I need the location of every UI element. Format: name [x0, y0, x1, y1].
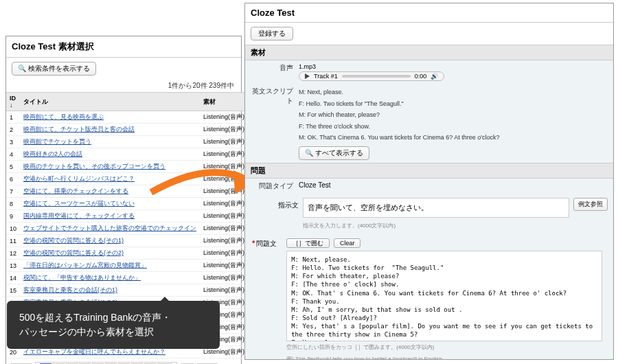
cell-mat: Listening(音声)	[200, 210, 248, 223]
body-note1: 空所にしたい箇所をカッコ［］で囲みます。(4000文字以内)	[286, 341, 602, 353]
material-link[interactable]: 映画館でチケットを買う	[23, 138, 91, 145]
material-link[interactable]: ウェブサイトでチケット購入した旅客の空港でのチェックイン	[23, 225, 196, 231]
clear-button[interactable]: Clear	[334, 238, 361, 248]
body-textarea[interactable]: M: Next, please. F: Hello. Two tickets f…	[286, 251, 602, 341]
volume-icon[interactable]: 🔊	[431, 73, 438, 80]
cell-id: 8	[6, 198, 20, 210]
script-line: M: Next, please.	[299, 87, 608, 98]
material-link[interactable]: 映画好きの2人の会話	[23, 150, 82, 157]
qtype-value: Cloze Test	[299, 181, 608, 191]
qtype-label: 問題タイプ	[251, 181, 299, 191]
material-link[interactable]: 税関にて、「申告する物はありませんか」	[23, 274, 141, 281]
material-link[interactable]: 空港にて、搭乗のチェックインをする	[23, 187, 128, 194]
audio-time: 0:00	[415, 73, 427, 80]
script-field: 英文スクリプト M: Next, please.F: Hello. Two ti…	[245, 84, 613, 163]
audio-progress[interactable]	[342, 75, 411, 78]
cell-title: 空港の税関での質問に答える(その1)	[20, 235, 200, 247]
material-link[interactable]: 「滞在日的はバッキンガム宮殿の見物鑑賞」	[23, 262, 147, 269]
cell-title: 「滞在日的はバッキンガム宮殿の見物鑑賞」	[20, 260, 200, 272]
cell-mat: Listening(音声)	[200, 111, 248, 124]
cell-id: 5	[6, 161, 20, 173]
section-material: 素材	[245, 45, 613, 60]
col-material[interactable]: 素材	[200, 93, 248, 111]
cell-mat: Listening(音声)	[200, 223, 248, 235]
cell-title: 映画館にて、見る映画を選ぶ	[20, 111, 200, 124]
cell-mat: Listening(音声)	[200, 272, 248, 284]
cell-id: 12	[6, 247, 20, 260]
script-line: M: OK. That's Cinema 6. You want tickets…	[299, 132, 608, 144]
body-field: *問題文 ［］で囲む Clear M: Next, please. F: Hel…	[245, 232, 613, 360]
script-label: 英文スクリプト	[251, 87, 299, 106]
cell-mat: Listening(音声)	[200, 185, 248, 198]
audio-track: Track #1	[314, 73, 338, 80]
panel-title: Cloze Test	[245, 3, 613, 23]
cell-id: 14	[6, 272, 20, 284]
search-btn-label: 検索条件を表示する	[28, 65, 90, 72]
cloze-edit-panel: Cloze Test 登録する 素材 音声 1.mp3 Track #1 0:0…	[244, 3, 614, 360]
register-button[interactable]: 登録する	[251, 27, 293, 41]
callout-line1: 500を超えるTraining Bankの音声・	[19, 310, 207, 325]
show-search-conditions-button[interactable]: 🔍 検索条件を表示する	[12, 62, 96, 76]
material-link[interactable]: 映画館にて、見る映画を選ぶ	[23, 113, 104, 120]
cell-id: 1	[6, 111, 20, 124]
cell-title: 映画館でチケットを買う	[20, 136, 200, 148]
cell-mat: Listening(音声)	[200, 173, 248, 185]
cell-id: 2	[6, 124, 20, 136]
cell-mat: Listening(音声)	[200, 161, 248, 173]
cell-id: 11	[6, 235, 20, 247]
material-link[interactable]: 客室乗務員と乗客との会話(その1)	[23, 286, 117, 293]
cell-title: 客室乗務員と乗客との会話(その1)	[20, 284, 200, 297]
audio-filename: 1.mp3	[299, 63, 608, 70]
script-line: F: Hello. Two tickets for "The Seagull."	[299, 98, 608, 110]
material-link[interactable]: 映画のチケットを買い、その後ポップコーンを買う	[23, 163, 165, 170]
cell-id: 4	[6, 148, 20, 161]
cell-title: 空港から町へ行くリムジンバスはどこ？	[20, 173, 200, 185]
callout-bubble: 500を超えるTraining Bankの音声・ パッセージの中から素材を選択	[7, 301, 220, 349]
material-link[interactable]: イエローキャブを金曜日に呼んでもらえませんか？	[23, 348, 165, 355]
result-count: 1件から20件 239件中	[6, 80, 241, 92]
cell-id: 7	[6, 185, 20, 198]
cell-title: ウェブサイトでチケット購入した旅客の空港でのチェックイン	[20, 223, 200, 235]
cell-mat: Listening(音声)	[200, 124, 248, 136]
instruction-field: 指示文 音声を聞いて、空所を埋めなさい。 例文参照	[245, 194, 613, 222]
script-line: F: The three o'clock show.	[299, 121, 608, 133]
instruction-input[interactable]: 音声を聞いて、空所を埋めなさい。	[303, 198, 569, 218]
section-question: 問題	[245, 163, 613, 179]
cell-title: 映画館にて、チケット販売員と客の会話	[20, 124, 200, 136]
col-id[interactable]: ID ↓	[6, 93, 20, 111]
bracket-button[interactable]: ［］で囲む	[286, 238, 330, 248]
cell-title: 空港にて、搭乗のチェックインをする	[20, 185, 200, 198]
cell-id: 9	[6, 210, 20, 223]
material-link[interactable]: 国内線専用空港にて、チェックインする	[23, 212, 135, 219]
panel-title: Cloze Test 素材選択	[6, 36, 241, 58]
material-link[interactable]: 映画館にて、チケット販売員と客の会話	[23, 126, 135, 133]
show-all-button[interactable]: 🔍 すべて表示する	[299, 146, 369, 160]
cell-mat: Listening(音声)	[200, 136, 248, 148]
col-title[interactable]: タイトル	[20, 93, 200, 111]
audio-label: 音声	[251, 63, 299, 81]
material-link[interactable]: 空港から町へ行くリムジンバスはどこ？	[23, 175, 135, 182]
material-link[interactable]: 空港の税関での質問に答える(その1)	[23, 237, 124, 244]
cell-mat: Listening(音声)	[200, 198, 248, 210]
body-label: *問題文	[251, 236, 277, 249]
cell-id: 13	[6, 260, 20, 272]
qtype-field: 問題タイプ Cloze Test	[245, 179, 613, 194]
play-icon[interactable]	[305, 73, 310, 79]
material-link[interactable]: 空港にて、スーツケースが届いていない	[23, 200, 135, 207]
cell-mat: Listening(音声)	[200, 260, 248, 272]
body-note2: 例) This [textbook] tells you how to [wri…	[286, 353, 602, 360]
audio-player[interactable]: Track #1 0:00 🔊	[299, 71, 444, 81]
cell-mat: Listening(音声)	[200, 235, 248, 247]
callout-line2: パッセージの中から素材を選択	[19, 325, 207, 339]
cell-id: 10	[6, 223, 20, 235]
cell-mat: Listening(音声)	[200, 148, 248, 161]
material-link[interactable]: 空港の税関での質問に答える(その2)	[23, 249, 124, 256]
example-ref-button[interactable]: 例文参照	[573, 198, 608, 211]
pager: Prev 12345678910 ... Next	[6, 359, 241, 364]
cell-id: 6	[6, 173, 20, 185]
show-all-label: すべて表示する	[315, 149, 363, 157]
cell-title: 税関にて、「申告する物はありませんか」	[20, 272, 200, 284]
audio-field: 音声 1.mp3 Track #1 0:00 🔊	[245, 60, 613, 84]
cell-title: 国内線専用空港にて、チェックインする	[20, 210, 200, 223]
cell-mat: Listening(音声)	[200, 247, 248, 260]
